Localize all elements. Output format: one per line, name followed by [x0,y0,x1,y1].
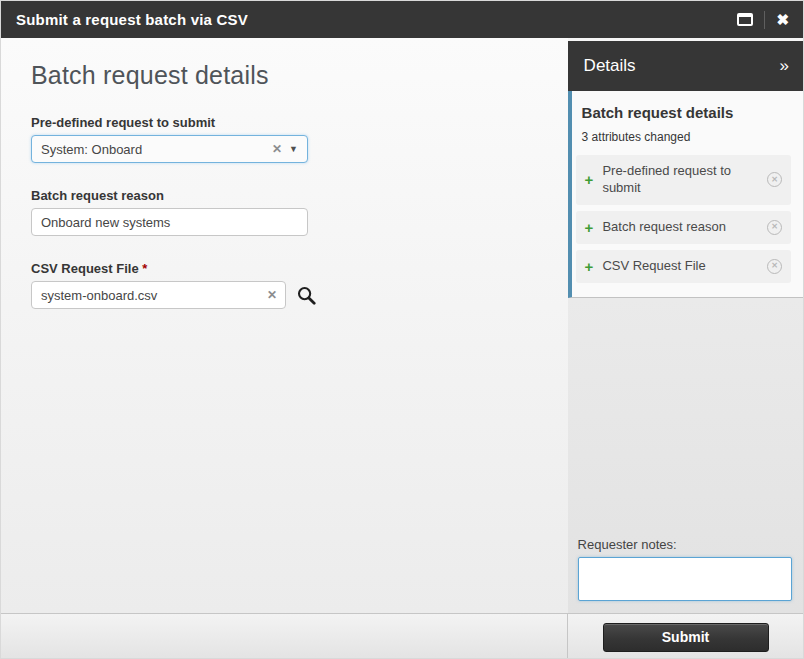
predefined-request-value: System: Onboard [41,142,142,157]
changed-attribute-label: Batch request reason [602,219,758,236]
page-title: Batch request details [31,61,568,90]
csv-file-label: CSV Request File * [31,261,568,276]
clear-selection-icon[interactable]: ✕ [272,143,282,155]
changed-attribute-item: + CSV Request File ✕ [576,250,791,283]
footer-actions: Submit [568,614,803,659]
footer-left-area [1,614,568,659]
csv-file-input[interactable] [31,281,286,309]
dialog-submit-batch-csv: Submit a request batch via CSV ✖ Batch r… [0,0,804,659]
search-icon[interactable] [297,286,316,305]
chevron-down-icon: ▼ [289,145,298,154]
requester-notes-label: Requester notes: [578,537,792,552]
remove-change-icon[interactable]: ✕ [767,259,782,274]
changed-attribute-label: CSV Request File [602,258,758,275]
added-plus-icon: + [585,220,594,235]
field-predefined-request: Pre-defined request to submit System: On… [31,115,568,163]
details-panel-title: Details [584,56,636,76]
field-batch-reason: Batch request reason [31,188,568,236]
details-panel-lower: Requester notes: [568,298,803,613]
dialog-title: Submit a request batch via CSV [16,11,248,28]
predefined-request-label: Pre-defined request to submit [31,115,568,130]
batch-reason-input[interactable] [31,208,308,236]
predefined-request-select[interactable]: System: Onboard ✕ ▼ [31,135,308,163]
remove-change-icon[interactable]: ✕ [767,172,782,187]
added-plus-icon: + [585,259,594,274]
batch-request-form: Batch request details Pre-defined reques… [1,38,568,613]
titlebar-separator [764,11,765,29]
changes-section: Batch request details 3 attributes chang… [568,91,803,298]
batch-reason-label: Batch request reason [31,188,568,203]
changes-section-heading: Batch request details [582,104,795,121]
csv-file-input-wrap: ✕ [31,281,286,309]
dialog-titlebar: Submit a request batch via CSV ✖ [1,1,803,38]
csv-file-row: ✕ [31,281,568,309]
remove-change-icon[interactable]: ✕ [767,220,782,235]
required-asterisk: * [142,261,147,276]
changed-attribute-item: + Pre-defined request to submit ✕ [576,155,791,205]
submit-button[interactable]: Submit [603,623,769,652]
close-icon[interactable]: ✖ [776,12,789,27]
changed-attribute-item: + Batch request reason ✕ [576,211,791,244]
maximize-icon[interactable] [737,13,753,26]
added-plus-icon: + [585,172,594,187]
requester-notes-textarea[interactable] [578,557,792,601]
changed-attribute-label: Pre-defined request to submit [602,163,758,197]
attributes-changed-count: 3 attributes changed [582,130,795,144]
details-panel: Details » Batch request details 3 attrib… [568,38,803,613]
collapse-panel-icon[interactable]: » [780,56,789,76]
csv-file-label-text: CSV Request File [31,261,139,276]
clear-file-icon[interactable]: ✕ [267,289,277,301]
titlebar-icons: ✖ [737,11,789,29]
field-csv-file: CSV Request File * ✕ [31,261,568,309]
dialog-footer: Submit [1,613,803,659]
dialog-body: Batch request details Pre-defined reques… [1,38,803,613]
details-panel-header: Details » [568,41,803,91]
